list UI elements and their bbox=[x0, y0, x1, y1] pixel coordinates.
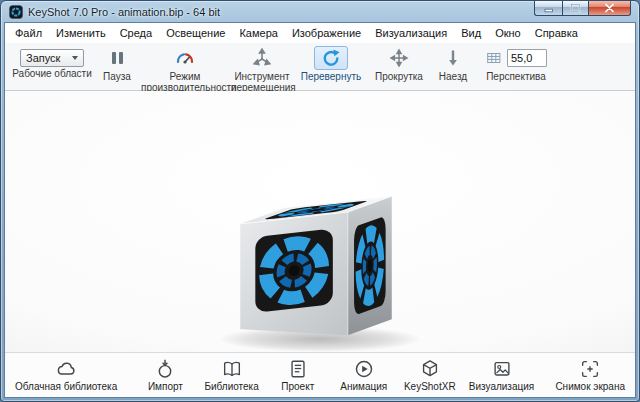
import-button[interactable]: Импорт bbox=[138, 358, 192, 392]
menu-camera[interactable]: Камера bbox=[232, 23, 284, 43]
keyshotxr-label: KeyShotXR bbox=[404, 381, 456, 392]
menu-image[interactable]: Изображение bbox=[285, 23, 368, 43]
menubar: Файл Изменить Среда Освещение Камера Изо… bbox=[5, 23, 635, 43]
app-window: KeyShot 7.0 Pro - animation.bip - 64 bit bbox=[0, 0, 640, 402]
minimize-icon bbox=[544, 4, 554, 13]
bottom-toolbar: Облачная библиотека Импорт bbox=[5, 352, 635, 397]
library-button[interactable]: Библиотека bbox=[204, 358, 258, 392]
pan-label: Прокрутка bbox=[375, 72, 423, 83]
toolbar: Запуск Рабочие области Пауза bbox=[5, 43, 635, 91]
perspective-input[interactable] bbox=[507, 49, 547, 67]
client-area: Файл Изменить Среда Освещение Камера Изо… bbox=[4, 22, 636, 398]
minimize-button[interactable] bbox=[534, 1, 562, 16]
menu-lighting[interactable]: Освещение bbox=[159, 23, 232, 43]
tumble-label: Перевернуть bbox=[301, 72, 362, 83]
pan-icon bbox=[389, 48, 409, 68]
screenshot-viewfinder-icon bbox=[578, 358, 602, 380]
project-label: Проект bbox=[281, 381, 314, 392]
keyshot-app-icon bbox=[9, 5, 23, 19]
tumble-rotate-icon bbox=[321, 48, 341, 68]
project-button[interactable]: Проект bbox=[271, 358, 325, 392]
render-image-icon bbox=[490, 358, 514, 380]
perspective-tool: Перспектива bbox=[477, 46, 555, 83]
chevron-down-icon bbox=[72, 56, 78, 60]
viewport[interactable] bbox=[5, 91, 635, 352]
open-book-icon bbox=[220, 358, 244, 380]
play-circle-icon bbox=[352, 358, 376, 380]
window-title: KeyShot 7.0 Pro - animation.bip - 64 bit bbox=[28, 6, 220, 18]
maximize-icon bbox=[570, 3, 581, 13]
library-label: Библиотека bbox=[204, 381, 258, 392]
move-tool-label: Инструмент перемещения bbox=[231, 72, 293, 93]
workspace-label: Рабочие области bbox=[12, 69, 92, 80]
pause-label: Пауза bbox=[103, 72, 131, 83]
cloud-library-button[interactable]: Облачная библиотека bbox=[15, 358, 117, 392]
pan-button[interactable]: Прокрутка bbox=[369, 46, 429, 83]
scene-cube bbox=[5, 91, 635, 352]
screenshot-button[interactable]: Снимок экрана bbox=[555, 358, 625, 392]
import-icon bbox=[153, 358, 177, 380]
menu-file[interactable]: Файл bbox=[8, 23, 49, 43]
workspace-tool: Запуск Рабочие области bbox=[11, 46, 93, 80]
cloud-icon bbox=[54, 358, 78, 380]
menu-window[interactable]: Окно bbox=[488, 23, 528, 43]
performance-gauge-icon bbox=[175, 48, 195, 68]
project-document-icon bbox=[286, 358, 310, 380]
import-label: Импорт bbox=[148, 381, 183, 392]
cube-icon bbox=[418, 358, 442, 380]
window-controls bbox=[534, 1, 631, 16]
menu-environment[interactable]: Среда bbox=[113, 23, 159, 43]
animation-label: Анимация bbox=[340, 381, 387, 392]
performance-mode-label: Режим производительности bbox=[141, 72, 229, 93]
menu-render[interactable]: Визуализация bbox=[368, 23, 454, 43]
perspective-label: Перспектива bbox=[486, 72, 546, 83]
screenshot-label: Снимок экрана bbox=[555, 381, 625, 392]
menu-edit[interactable]: Изменить bbox=[49, 23, 113, 43]
move-tool-icon bbox=[252, 48, 272, 68]
bottom-center-group: Импорт Библиотека bbox=[117, 358, 555, 392]
render-label: Визуализация bbox=[469, 381, 534, 392]
pause-button[interactable]: Пауза bbox=[95, 46, 139, 83]
close-button[interactable] bbox=[589, 1, 631, 16]
close-icon bbox=[604, 3, 615, 13]
cloud-library-label: Облачная библиотека bbox=[15, 381, 117, 392]
workspace-select[interactable]: Запуск bbox=[20, 49, 84, 67]
animation-button[interactable]: Анимация bbox=[337, 358, 391, 392]
titlebar[interactable]: KeyShot 7.0 Pro - animation.bip - 64 bit bbox=[1, 1, 639, 22]
move-tool-button[interactable]: Инструмент перемещения bbox=[231, 46, 293, 93]
tumble-button[interactable]: Перевернуть bbox=[295, 46, 367, 83]
dolly-label: Наезд bbox=[439, 72, 467, 83]
workspace-value: Запуск bbox=[26, 52, 60, 64]
dolly-button[interactable]: Наезд bbox=[431, 46, 475, 83]
render-button[interactable]: Визуализация bbox=[469, 358, 534, 392]
dolly-arrow-icon bbox=[443, 48, 463, 68]
menu-help[interactable]: Справка bbox=[528, 23, 585, 43]
pause-icon bbox=[112, 52, 123, 64]
perspective-grid-icon bbox=[485, 49, 503, 67]
performance-mode-button[interactable]: Режим производительности bbox=[141, 46, 229, 93]
menu-view[interactable]: Вид bbox=[454, 23, 488, 43]
maximize-button[interactable] bbox=[562, 1, 589, 16]
keyshotxr-button[interactable]: KeyShotXR bbox=[403, 358, 457, 392]
